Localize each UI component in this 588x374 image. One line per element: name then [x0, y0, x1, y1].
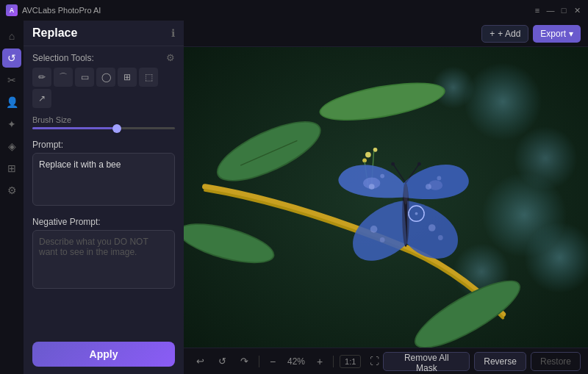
info-icon[interactable]: ℹ [171, 27, 175, 39]
canvas-area: + + Add Export ▾ [184, 21, 588, 374]
panel-header: Replace ℹ [24, 21, 184, 46]
import-tool[interactable]: ↗ [32, 89, 51, 108]
canvas-toolbar: ↩ ↺ ↷ − 42% + 1:1 ⛶ Remove All Mask Reve… [184, 348, 588, 374]
object-select-tool[interactable]: ⬚ [139, 68, 158, 87]
svg-point-1 [464, 62, 542, 140]
home-icon[interactable]: ⌂ [2, 26, 21, 46]
svg-point-35 [391, 162, 395, 166]
separator-1 [259, 356, 259, 367]
prompt-textarea[interactable]: Replace it with a bee [32, 153, 175, 206]
export-button[interactable]: Export ▾ [533, 25, 581, 43]
fit-screen-icon[interactable]: ⛶ [365, 353, 383, 370]
toolbar-right: Remove All Mask Reverse Restore [383, 352, 581, 371]
toolbar-left: ↩ ↺ ↷ − 42% + 1:1 ⛶ [191, 353, 383, 370]
person-icon[interactable]: 👤 [2, 93, 21, 112]
zoom-display: 42% [284, 356, 308, 367]
restore-button[interactable]: Restore [531, 352, 581, 371]
svg-point-16 [365, 152, 371, 158]
separator-2 [333, 356, 334, 367]
maximize-icon[interactable]: □ [559, 5, 569, 15]
side-panel: Replace ℹ Selection Tools: ⚙ ✏ ⌒ ▭ ◯ ⊞ ⬚… [24, 21, 184, 374]
app-title: AVCLabs PhotoPro AI [22, 6, 528, 15]
remove-all-mask-button[interactable]: Remove All Mask [383, 352, 470, 371]
titlebar: A AVCLabs PhotoPro AI ≡ — □ ✕ [0, 0, 588, 21]
brush-size-slider[interactable] [32, 127, 175, 129]
tools-grid: ✏ ⌒ ▭ ◯ ⊞ ⬚ ↗ [32, 68, 175, 108]
image-select-tool[interactable]: ⊞ [118, 68, 137, 87]
menu-icon[interactable]: ≡ [532, 5, 542, 15]
retouch-icon[interactable]: ◈ [2, 137, 21, 156]
neg-prompt-label: Negative Prompt: [32, 217, 175, 227]
svg-point-36 [417, 162, 421, 166]
add-icon: + [490, 29, 495, 39]
undo-icon[interactable]: ↩ [191, 353, 209, 370]
selection-tools-header: Selection Tools: ⚙ [32, 52, 175, 63]
apply-button[interactable]: Apply [32, 342, 175, 367]
chevron-down-icon: ▾ [569, 29, 573, 39]
svg-point-38 [415, 212, 418, 215]
butterfly-scene-svg [184, 47, 588, 348]
ratio-button[interactable]: 1:1 [340, 355, 361, 368]
zoom-out-button[interactable]: − [265, 354, 280, 369]
selection-tools: Selection Tools: ⚙ ✏ ⌒ ▭ ◯ ⊞ ⬚ ↗ [24, 46, 184, 112]
canvas-header: + + Add Export ▾ [184, 21, 588, 47]
brush-size-label: Brush Size [32, 115, 175, 124]
settings-icon[interactable]: ⚙ [2, 181, 21, 200]
brush-slider-container [32, 127, 175, 129]
ellipse-select-tool[interactable]: ◯ [96, 68, 115, 87]
app-logo: A [6, 4, 18, 16]
layers-icon[interactable]: ⊞ [2, 159, 21, 178]
minimize-icon[interactable]: — [545, 5, 556, 15]
selection-tools-label: Selection Tools: [32, 53, 94, 63]
neg-prompt-textarea[interactable] [32, 230, 175, 289]
replace-icon[interactable]: ↺ [2, 48, 21, 68]
lasso-tool[interactable]: ⌒ [54, 68, 73, 87]
crop-icon[interactable]: ✂ [2, 71, 21, 90]
brush-tool[interactable]: ✏ [32, 68, 51, 87]
undo2-icon[interactable]: ↺ [213, 353, 231, 370]
close-icon[interactable]: ✕ [572, 5, 582, 15]
apply-btn-container: Apply [24, 334, 184, 374]
prompt-label: Prompt: [32, 140, 175, 150]
redo-icon[interactable]: ↷ [235, 353, 253, 370]
tools-settings-icon[interactable]: ⚙ [166, 52, 175, 63]
panel-title: Replace [32, 26, 77, 40]
reverse-button[interactable]: Reverse [474, 352, 526, 371]
image-area [184, 47, 588, 348]
prompt-section: Prompt: Replace it with a bee [24, 135, 184, 212]
rect-select-tool[interactable]: ▭ [75, 68, 94, 87]
effects-icon[interactable]: ✦ [2, 115, 21, 134]
neg-prompt-section: Negative Prompt: [24, 212, 184, 295]
add-button[interactable]: + + Add [481, 25, 528, 43]
brush-size-row: Brush Size [24, 112, 184, 135]
main-container: ⌂ ↺ ✂ 👤 ✦ ◈ ⊞ ⚙ Replace ℹ Selection Tool… [0, 21, 588, 374]
icon-bar: ⌂ ↺ ✂ 👤 ✦ ◈ ⊞ ⚙ [0, 21, 24, 374]
zoom-in-button[interactable]: + [312, 354, 327, 369]
window-controls[interactable]: ≡ — □ ✕ [532, 5, 582, 15]
